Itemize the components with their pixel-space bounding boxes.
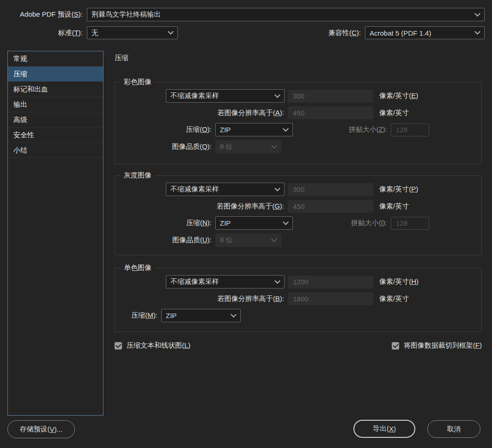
crop-image-data-checkbox[interactable] xyxy=(392,342,399,350)
settings-sidebar: 常规 压缩 标记和出血 输出 高级 安全性 小结 xyxy=(7,51,103,416)
chevron-down-icon xyxy=(275,279,279,283)
mono-threshold-label: 若图像分辨率高于(B): xyxy=(115,295,284,303)
gray-resample-value: 不缩减像素采样 xyxy=(170,185,219,194)
sidebar-item-marks-and-bleeds[interactable]: 标记和出血 xyxy=(8,82,103,97)
color-image-quality-value: 8 位 xyxy=(220,142,233,151)
mono-resolution-input: 1200 xyxy=(288,276,373,288)
color-resample-value: 不缩减像素采样 xyxy=(170,92,219,100)
sidebar-item-output[interactable]: 输出 xyxy=(8,97,103,112)
resample-row: 不缩减像素采样 300 像素/英寸(E) xyxy=(115,89,481,103)
color-compression-select[interactable]: ZIP xyxy=(215,123,293,136)
sidebar-item-compression[interactable]: 压缩 xyxy=(8,67,103,82)
preset-select[interactable]: 荆棘鸟文学社终稿输出 xyxy=(87,8,485,21)
color-compression-value: ZIP xyxy=(220,126,231,134)
mono-compression-label: 压缩(M): xyxy=(115,311,158,320)
color-tile-size-input: 128 xyxy=(391,123,429,136)
color-resample-select[interactable]: 不缩减像素采样 xyxy=(166,89,285,103)
mono-threshold-input: 1800 xyxy=(288,292,373,305)
compatibility-select-value: Acrobat 5 (PDF 1.4) xyxy=(370,29,431,37)
mono-compression-value: ZIP xyxy=(166,312,176,319)
section-color-images-legend: 彩色图像 xyxy=(121,78,155,86)
gray-image-quality-select: 8 位 xyxy=(215,233,281,247)
compress-text-option: 压缩文本和线状图(L) xyxy=(115,341,190,350)
gray-compression-select[interactable]: ZIP xyxy=(215,216,293,230)
gray-compression-value: ZIP xyxy=(220,219,231,227)
sidebar-item-advanced[interactable]: 高级 xyxy=(8,112,103,128)
chevron-down-icon xyxy=(275,186,279,190)
section-monochrome-images-legend: 单色图像 xyxy=(121,264,155,272)
chevron-down-icon xyxy=(169,30,173,34)
color-resolution-unit-label: 像素/英寸(E) xyxy=(379,92,418,100)
mono-resample-select[interactable]: 不缩减像素采样 xyxy=(166,275,285,288)
gray-resample-select[interactable]: 不缩减像素采样 xyxy=(166,183,285,196)
threshold-row: 若图像分辨率高于(B): 1800 像素/英寸 xyxy=(115,292,481,305)
mono-resolution-unit-label: 像素/英寸(H) xyxy=(379,277,419,286)
standard-row: 标准(T): 无 兼容性(C): Acrobat 5 (PDF 1.4) xyxy=(0,26,492,39)
compression-row: 压缩(M): ZIP xyxy=(115,309,481,322)
preset-row: Adobe PDF 预设(S): 荆棘鸟文学社终稿输出 xyxy=(0,8,492,21)
gray-image-quality-value: 8 位 xyxy=(220,236,233,245)
chevron-down-icon xyxy=(272,144,276,148)
compress-text-checkbox[interactable] xyxy=(115,342,122,350)
gray-threshold-input: 450 xyxy=(288,200,373,213)
preset-label: Adobe PDF 预设(S): xyxy=(0,10,87,19)
crop-image-data-label: 将图像数据裁切到框架(F) xyxy=(404,341,482,350)
threshold-row: 若图像分辨率高于(G): 450 像素/英寸 xyxy=(115,200,481,213)
mono-threshold-unit-label: 像素/英寸 xyxy=(379,295,409,303)
color-threshold-label: 若图像分辨率高于(A): xyxy=(115,109,284,117)
color-resolution-input: 300 xyxy=(288,90,373,103)
quality-row: 图像品质(U): 8 位 xyxy=(115,233,481,247)
standard-select[interactable]: 无 xyxy=(87,26,178,39)
gray-image-quality-label: 图像品质(U): xyxy=(115,236,212,245)
gray-tile-size-input: 128 xyxy=(391,217,429,230)
mono-compression-select[interactable]: ZIP xyxy=(161,309,241,322)
quality-row: 图像品质(Q): 8 位 xyxy=(115,140,481,153)
mono-resample-value: 不缩减像素采样 xyxy=(170,277,219,286)
chevron-down-icon xyxy=(475,12,480,16)
cancel-button[interactable]: 取消 xyxy=(427,420,480,438)
standard-select-value: 无 xyxy=(91,29,98,37)
gray-resolution-unit-label: 像素/英寸(P) xyxy=(379,185,418,194)
chevron-down-icon xyxy=(284,127,288,131)
resample-row: 不缩减像素采样 1200 像素/英寸(H) xyxy=(115,275,481,288)
page-title: 压缩 xyxy=(115,51,482,64)
sidebar-item-summary[interactable]: 小结 xyxy=(8,143,103,158)
threshold-row: 若图像分辨率高于(A): 450 像素/英寸 xyxy=(115,106,481,119)
options-row: 压缩文本和线状图(L) 将图像数据裁切到框架(F) xyxy=(115,341,482,350)
compress-text-label: 压缩文本和线状图(L) xyxy=(127,341,190,350)
compression-row: 压缩(O): ZIP 拼贴大小(Z): 128 xyxy=(115,123,481,136)
color-image-quality-select: 8 位 xyxy=(215,140,281,153)
standard-label: 标准(T): xyxy=(0,29,87,37)
preset-select-value: 荆棘鸟文学社终稿输出 xyxy=(91,10,161,19)
gray-tile-size-label: 拼贴大小(I): xyxy=(293,219,387,227)
section-grayscale-images: 灰度图像 不缩减像素采样 300 像素/英寸(P) 若图像分辨率高于(G): 4… xyxy=(115,171,482,255)
section-monochrome-images: 单色图像 不缩减像素采样 1200 像素/英寸(H) 若图像分辨率高于(B): … xyxy=(115,264,482,332)
chevron-down-icon xyxy=(475,30,480,34)
section-grayscale-images-legend: 灰度图像 xyxy=(121,171,155,180)
color-threshold-input: 450 xyxy=(288,106,373,119)
export-button[interactable]: 导出(X) xyxy=(353,420,415,438)
compatibility-select[interactable]: Acrobat 5 (PDF 1.4) xyxy=(365,26,485,39)
crop-image-data-option: 将图像数据裁切到框架(F) xyxy=(392,341,482,350)
dialog-header: Adobe PDF 预设(S): 荆棘鸟文学社终稿输出 标准(T): 无 兼容性… xyxy=(0,0,492,39)
color-threshold-unit-label: 像素/英寸 xyxy=(379,109,409,117)
color-image-quality-label: 图像品质(Q): xyxy=(115,142,212,151)
sidebar-item-security[interactable]: 安全性 xyxy=(8,128,103,143)
compression-row: 压缩(N): ZIP 拼贴大小(I): 128 xyxy=(115,216,481,230)
compression-panel: 压缩 彩色图像 不缩减像素采样 300 像素/英寸(E) 若图像分辨率高于(A)… xyxy=(115,51,482,350)
save-preset-button[interactable]: 存储预设(V)... xyxy=(7,420,75,438)
chevron-down-icon xyxy=(284,220,288,224)
compatibility-label: 兼容性(C): xyxy=(328,29,365,37)
section-color-images: 彩色图像 不缩减像素采样 300 像素/英寸(E) 若图像分辨率高于(A): 4… xyxy=(115,78,482,164)
chevron-down-icon xyxy=(272,237,276,241)
gray-threshold-unit-label: 像素/英寸 xyxy=(379,202,409,211)
gray-compression-label: 压缩(N): xyxy=(115,219,212,227)
chevron-down-icon xyxy=(231,313,236,317)
compatibility-group: 兼容性(C): Acrobat 5 (PDF 1.4) xyxy=(328,26,485,39)
export-adobe-pdf-dialog: { "colors": { "dialog_bg": "#242424", "c… xyxy=(0,0,492,448)
gray-resolution-input: 300 xyxy=(288,183,373,196)
color-compression-label: 压缩(O): xyxy=(115,125,212,134)
sidebar-item-general[interactable]: 常规 xyxy=(8,51,103,67)
chevron-down-icon xyxy=(275,93,279,97)
gray-threshold-label: 若图像分辨率高于(G): xyxy=(115,202,284,211)
